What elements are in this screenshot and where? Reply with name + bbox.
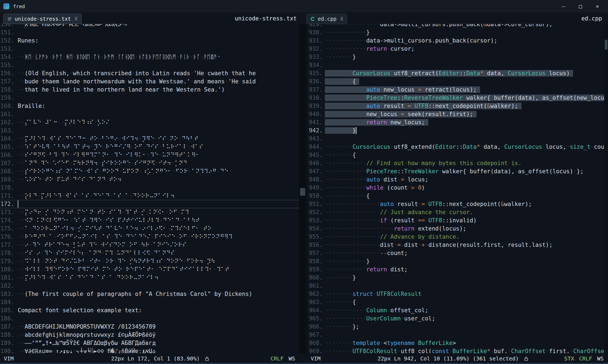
- code-line[interactable]: 184.: [0, 298, 299, 306]
- code-line[interactable]: 964.············Column·offset_col;: [306, 306, 604, 314]
- code-line[interactable]: 935.········CursorLocus·utf8_retract(Edi…: [306, 69, 604, 77]
- token: Column: [366, 307, 387, 314]
- token: ⠺⠁⠎: [191, 144, 203, 150]
- code-line[interactable]: 934.: [306, 61, 604, 69]
- code-line[interactable]: 169.··⠡⠕⠎⠑·⠞⠕·⠏⠥⠞·⠙⠊⠎·⠙⠁⠝⠙·⠞⠕⠲: [0, 175, 299, 184]
- code-line[interactable]: 150.··እግዜር·የከፈተውን·ጉሮሮ·ሳይዘጋው·አይድርም።: [0, 24, 299, 28]
- code-line[interactable]: 173.··⡍⠔⠙⠖·⡊·⠙⠕⠝⠰⠞·⠍⠑⠁⠝·⠞⠕·⠎⠁⠹·⠹⠁⠞·⡊·⠅⠝⠪…: [0, 208, 299, 216]
- code-line[interactable]: 968.········template·<typename·BufferLik…: [306, 339, 604, 347]
- window-title: fred: [13, 4, 25, 9]
- line-text: ········UTF8ColResult·utf8_col(const·Buf…: [325, 348, 604, 353]
- code-line[interactable]: 182.: [0, 282, 299, 290]
- code-line[interactable]: 948.············auto·dist·=·locus;: [306, 175, 604, 184]
- code-line[interactable]: 936.········{: [306, 77, 604, 86]
- code-line[interactable]: 151.: [0, 28, 299, 37]
- code-line[interactable]: 940.············new_locus·=·seek(result.…: [306, 110, 604, 118]
- code-line[interactable]: 166.··⠎⠊⠛⠝⠫·⠃⠹·⠹⠑·⠊⠇⠻⠛⠹⠍⠁⠝⠂·⠹⠑·⠊⠇⠻⠅⠂·⠹⠑·…: [0, 151, 299, 159]
- code-line[interactable]: 951.················auto·result·=·UTF8::…: [306, 200, 604, 208]
- code-line[interactable]: 941.············return·new_locus;: [306, 118, 604, 126]
- code-line[interactable]: 939.············auto·result·=·UTF8::next…: [306, 102, 604, 110]
- close-button[interactable]: ×: [589, 0, 606, 13]
- code-line[interactable]: 153.: [0, 45, 299, 53]
- code-line[interactable]: 187.··ABCDEFGHIJKLMNOPQRSTUVWXYZ·/012345…: [0, 323, 299, 331]
- code-line[interactable]: 929.················data->multi_cursors.…: [306, 24, 604, 28]
- code-line[interactable]: 955.················//·Advance·by·distan…: [306, 233, 604, 241]
- maximize-button[interactable]: □: [572, 0, 589, 13]
- code-line[interactable]: 956.················dist·=·dist·+·distan…: [306, 241, 604, 249]
- code-line[interactable]: 161.: [0, 110, 299, 118]
- code-line[interactable]: 175.··⠁·⠙⠕⠕⠗⠤⠝⠁⠊⠇⠲·⡊·⠍⠊⠣⠞·⠙⠁⠧⠑·⠃⠑⠲·⠔⠊⠇⠔⠫…: [0, 225, 299, 233]
- code-line[interactable]: 156.··(Old·English,·which·transcribed·in…: [0, 69, 299, 77]
- code-line[interactable]: 966.········};: [306, 323, 604, 331]
- code-line[interactable]: 178.··⠊⠎·⠔·⠹⠑·⠎⠊⠍⠊⠇⠑⠆·⠁⠝⠙·⠍⠹·⠥⠝⠙⠁⠇⠇⠪⠫·⠙⠁…: [0, 249, 299, 257]
- right-scrollbar-thumb[interactable]: [605, 40, 607, 50]
- code-line[interactable]: 943.: [306, 135, 604, 143]
- code-line[interactable]: 947.············PieceTree::TreeWalker·wa…: [306, 167, 604, 175]
- code-line[interactable]: 961.: [306, 282, 604, 290]
- code-line[interactable]: 160.Braille:: [0, 102, 299, 110]
- code-line[interactable]: 938.············PieceTree::ReverseTreeWa…: [306, 94, 604, 102]
- code-line[interactable]: 165.··⠱⠁⠞⠑⠧⠻·⠁⠃⠳⠞·⠹⠁⠞⠲·⡹⠑·⠗⠑⠛⠊⠌⠻·⠕⠋·⠙⠊⠎·…: [0, 143, 299, 151]
- code-line[interactable]: 154.··ᚻᛖ·ᚳᚹᚫᚦ·ᚦᚫᛏ·ᚻᛖ·ᛒᚢᛞᛖ·ᚩᚾ·ᚦᚫᛗ·ᛚᚪᚾᛞᛖ·ᚾ…: [0, 53, 299, 61]
- token: ∀∂∈ℝ∧∪≡∞: [25, 348, 52, 353]
- code-line[interactable]: 162.··⡌⠁⠧⠑·⠼⠁⠒··⡍⠜⠇⠑⠹⠰⠎·⡣⠕⠌: [0, 118, 299, 126]
- code-line[interactable]: 965.············UserColumn·user_col;: [306, 314, 604, 323]
- code-line[interactable]: 950.············{: [306, 192, 604, 200]
- code-line[interactable]: 172.: [0, 200, 299, 208]
- code-line[interactable]: 157.··bude·thaem·lande·northweardum·with…: [0, 77, 299, 86]
- code-line[interactable]: 163.: [0, 126, 299, 135]
- code-line[interactable]: 180.··⠺⠊⠇⠇·⠹⠻⠑⠋⠕⠗⠑·⠏⠻⠍⠊⠞·⠍⠑·⠞⠕·⠗⠑⠏⠑⠁⠞⠂·⠑…: [0, 265, 299, 274]
- pane-divider-scrollbar[interactable]: [299, 24, 306, 353]
- code-line[interactable]: 155.: [0, 61, 299, 69]
- minimize-button[interactable]: –: [555, 0, 572, 13]
- code-line[interactable]: 933.········}: [306, 53, 604, 61]
- whitespace-dots: ·: [100, 54, 104, 60]
- code-line[interactable]: 188.··abcdefghijklmnopqrstuvwxyz·£©µÀÆÖÞ…: [0, 331, 299, 339]
- code-line[interactable]: 179.··⠩⠁⠇⠇·⠝⠕⠞·⠙⠊⠌⠥⠗⠃·⠊⠞⠂·⠕⠗·⠹⠑·⡊⠳⠝⠞⠗⠹⠰⠎…: [0, 257, 299, 265]
- token: Western: [176, 86, 201, 93]
- code-line[interactable]: 969.········UTF8ColResult·utf8_col(const…: [306, 347, 604, 353]
- code-line[interactable]: 183.··(The·first·couple·of·paragraphs·of…: [0, 290, 299, 298]
- code-line[interactable]: 170.: [0, 184, 299, 192]
- right-scrollbar[interactable]: [604, 24, 608, 353]
- code-line[interactable]: 181.··⡍⠜⠇⠑⠹·⠺⠁⠎·⠁⠎·⠙⠑⠁⠙·⠁⠎·⠁·⠙⠕⠕⠗⠤⠝⠁⠊⠇⠲: [0, 274, 299, 282]
- code-line[interactable]: 962.········struct·UTF8ColResult: [306, 290, 604, 298]
- code-line[interactable]: 946.············//·Find·out·how·many·byt…: [306, 159, 604, 167]
- line-number: 153.: [0, 45, 14, 53]
- code-line[interactable]: 185.Compact·font·selection·example·text:: [0, 306, 299, 314]
- whitespace-dots: ·: [504, 242, 508, 248]
- code-line[interactable]: 177.··⠔·⠹⠑·⠞⠗⠁⠙⠑⠲·⡃⠥⠞·⠹⠑·⠺⠊⠎⠙⠕⠍·⠕⠋·⠳⠗·⠁⠝…: [0, 241, 299, 249]
- left-scrollbar-thumb[interactable]: [300, 188, 305, 196]
- code-line[interactable]: 957.················--count;: [306, 249, 604, 257]
- code-line[interactable]: 186.: [0, 314, 299, 323]
- code-line[interactable]: 174.··⠪⠝·⠅⠝⠪⠇⠫⠛⠑⠂·⠱⠁⠞·⠹⠻⠑·⠊⠎·⠏⠜⠞⠊⠊⠥⠇⠜⠇⠹·…: [0, 216, 299, 225]
- code-line[interactable]: 164.··⡍⠜⠇⠑⠹·⠺⠁⠎·⠙⠑⠁⠙⠒·⠞⠕·⠃⠑⠛⠔·⠺⠊⠹⠲·⡹⠻⠑·⠊…: [0, 135, 299, 143]
- code-line[interactable]: 967.: [306, 331, 604, 339]
- token: ⠍⠹⠎⠑⠇⠋⠂: [170, 225, 200, 232]
- code-line[interactable]: 168.··⡎⠊⠗⠕⠕⠛⠑⠰⠎·⠝⠁⠍⠑·⠺⠁⠎·⠛⠕⠕⠙·⠥⠏⠕⠝·⠰⡡⠁⠝⠛…: [0, 167, 299, 175]
- code-line[interactable]: 167.··⠁⠝⠙·⠹⠑·⠡⠊⠑⠋·⠍⠳⠗⠝⠻⠲·⡎⠊⠗⠕⠕⠛⠑·⠎⠊⠛⠝⠫·⠊…: [0, 159, 299, 167]
- code-line[interactable]: 176.··⠗⠑⠛⠜⠙·⠁·⠊⠕⠋⠋⠔⠤⠝⠁⠊⠇·⠁⠎·⠹⠑·⠙⠑⠁⠙⠑⠌·⠏⠊…: [0, 233, 299, 241]
- code-line[interactable]: 931.············data->multi_cursors.push…: [306, 37, 604, 45]
- code-line[interactable]: 937.············auto·new_locus·=·retract…: [306, 86, 604, 94]
- code-line[interactable]: 944.········CursorLocus·utf8_extend(Edit…: [306, 143, 604, 151]
- code-line[interactable]: 942.········}: [306, 126, 604, 135]
- code-line[interactable]: 159.: [0, 94, 299, 102]
- code-line[interactable]: 954.····················return·extend(lo…: [306, 225, 604, 233]
- code-line[interactable]: 949.············while·(count·>·0): [306, 184, 604, 192]
- code-line[interactable]: 953.················if·(result·==·UTF8::…: [306, 216, 604, 225]
- whitespace-dots: ··: [18, 54, 25, 60]
- code-line[interactable]: 152.Runes:: [0, 37, 299, 45]
- code-line[interactable]: 963.········{: [306, 298, 604, 306]
- code-line[interactable]: 959.············return·dist;: [306, 265, 604, 274]
- code-line[interactable]: 952.················//·Just·advance·the·…: [306, 208, 604, 216]
- code-line[interactable]: 930.············}: [306, 28, 604, 37]
- code-line[interactable]: 171.··⡕⠇⠙·⡍⠜⠇⠑⠹·⠺⠁⠎·⠁⠎·⠙⠑⠁⠙·⠁⠎·⠁·⠙⠕⠕⠗⠤⠝⠁…: [0, 192, 299, 200]
- code-line[interactable]: 945.········{: [306, 151, 604, 159]
- code-line[interactable]: 932.············return·cursor;: [306, 45, 604, 53]
- code-line[interactable]: 158.··that·he·lived·in·the·northern·land…: [0, 86, 299, 94]
- code-line[interactable]: 958.············}: [306, 257, 604, 265]
- code-line[interactable]: 190.··∀∂∈ℝ∧∪≡∞·↑↗↨↻⇣·┐┼╔╘░►☺♀·ﬁ�⑀₂ἠḂӥẄɐː…: [0, 347, 299, 353]
- code-line[interactable]: 189.··–—‘“”„†•…‰™œŠŸž€·ΑΒΓΔΩαβγδω·АБВГДа…: [0, 339, 299, 347]
- code-line[interactable]: 960.········}: [306, 274, 604, 282]
